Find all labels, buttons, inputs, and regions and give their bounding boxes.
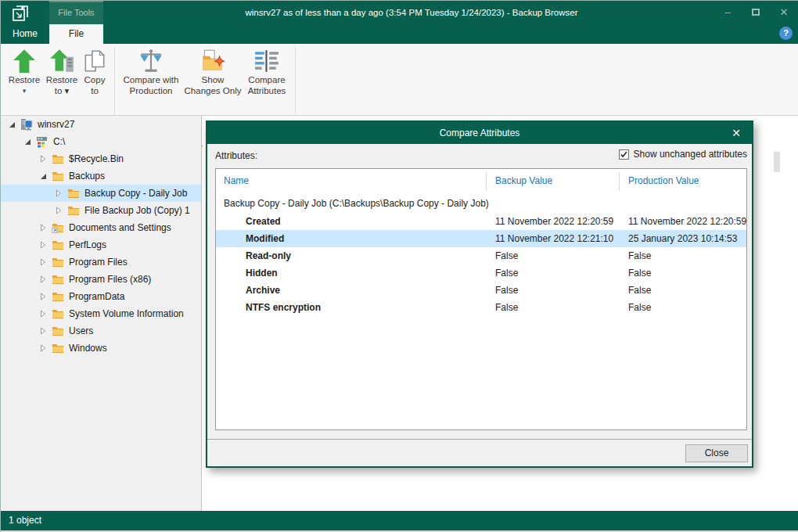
dialog-footer: Close (207, 439, 752, 466)
dialog-title: Compare Attributes (207, 122, 752, 144)
tree-item-file-backup-job-copy-1[interactable]: File Backup Job (Copy) 1 (1, 202, 201, 219)
folder-burst-icon (200, 48, 226, 74)
twisty-collapsed-icon[interactable] (38, 309, 48, 318)
column-header-name[interactable]: Name (224, 169, 249, 192)
twisty-expanded-icon[interactable] (7, 120, 16, 129)
table-row-created[interactable]: Created 11 November 2022 12:20:59 11 Nov… (216, 213, 746, 230)
column-header-production-value[interactable]: Production Value (628, 169, 699, 192)
twisty-expanded-icon[interactable] (38, 171, 48, 181)
checkbox-checkmark-icon[interactable] (619, 149, 629, 160)
status-bar: 1 object (1, 511, 798, 530)
folder-icon (52, 307, 64, 320)
twisty-collapsed-icon[interactable] (38, 343, 48, 353)
compare-attributes-button[interactable]: Compare Attributes (242, 46, 292, 105)
folder-shortcut-icon (52, 221, 64, 234)
maximize-icon (752, 9, 760, 16)
balance-scale-icon (138, 48, 164, 74)
windows-drive-icon (36, 135, 49, 148)
twisty-collapsed-icon[interactable] (38, 257, 48, 267)
contextual-tab-file-tools[interactable]: File Tools (49, 1, 103, 24)
column-separator (619, 172, 620, 191)
attributes-table: Name Backup Value Production Value Backu… (215, 168, 747, 430)
twisty-collapsed-icon[interactable] (38, 275, 48, 284)
copy-pages-icon (81, 48, 108, 74)
tree-item-documents-and-settings[interactable]: Documents and Settings (1, 219, 201, 236)
tree-item-program-files[interactable]: Program Files (1, 253, 201, 271)
compare-with-production-button[interactable]: Compare with Production (118, 46, 184, 105)
window-title: winsrv27 as of less than a day ago (3:54… (110, 1, 713, 24)
attributes-label: Attributes: (215, 150, 257, 161)
status-object-count: 1 object (9, 515, 41, 526)
minimize-button[interactable]: – (719, 5, 736, 20)
ribbon-tab-row: Home File ? (1, 24, 798, 44)
table-row-ntfs-encryption[interactable]: NTFS encryption False False (216, 299, 746, 316)
tree-item-program-files-x86[interactable]: Program Files (x86) (1, 271, 201, 288)
tree-item-users[interactable]: Users (1, 322, 201, 340)
twisty-collapsed-icon[interactable] (38, 292, 48, 301)
tab-home[interactable]: Home (1, 24, 49, 44)
tree-item-winsrv27[interactable]: winsrv27 (1, 116, 201, 133)
folder-icon (52, 290, 64, 303)
twisty-expanded-icon[interactable] (23, 137, 32, 146)
vertical-scrollbar-thumb[interactable] (774, 152, 780, 172)
table-header: Name Backup Value Production Value (216, 169, 746, 192)
restore-to-server-icon (49, 48, 75, 74)
close-button-dialog[interactable]: Close (685, 444, 748, 462)
dialog-close-button[interactable]: ✕ (728, 122, 744, 144)
backup-browser-window: File Tools winsrv27 as of less than a da… (0, 0, 798, 532)
folder-icon (67, 187, 80, 200)
tree-item-c-drive[interactable]: C:\ (1, 133, 201, 150)
checkbox-label: Show unchanged attributes (634, 149, 747, 160)
restore-button[interactable]: Restore ▾ (4, 46, 45, 105)
twisty-collapsed-icon[interactable] (38, 154, 48, 164)
copy-to-button[interactable]: Copy to (79, 46, 110, 105)
show-unchanged-checkbox[interactable]: Show unchanged attributes (619, 149, 747, 160)
server-icon (20, 118, 33, 131)
tree-item-windows[interactable]: Windows (1, 340, 201, 357)
folder-icon (52, 170, 64, 182)
twisty-collapsed-icon[interactable] (54, 206, 63, 215)
ribbon: Restore ▾ Restore to ▾ Copy to (1, 44, 798, 116)
maximize-button[interactable] (747, 5, 764, 20)
table-row-modified[interactable]: Modified 11 November 2022 12:21:10 25 Ja… (216, 230, 746, 247)
folder-tree: winsrv27 C:\ $Recycle.Bin Backups (1, 116, 202, 511)
table-row-read-only[interactable]: Read-only False False (216, 247, 746, 264)
twisty-collapsed-icon[interactable] (38, 326, 48, 336)
folder-icon (67, 204, 80, 217)
close-button[interactable]: ✕ (775, 5, 793, 20)
tree-item-perflogs[interactable]: PerfLogs (1, 236, 201, 253)
folder-icon (52, 342, 64, 354)
folder-icon (52, 325, 64, 337)
title-bar: File Tools winsrv27 as of less than a da… (1, 1, 798, 24)
folder-icon (52, 273, 64, 286)
restore-to-button[interactable]: Restore to ▾ (45, 46, 79, 105)
table-group-header: Backup Copy - Daily Job (C:\Backups\Back… (216, 192, 746, 213)
tree-item-recycle-bin[interactable]: $Recycle.Bin (1, 150, 201, 167)
twisty-collapsed-icon[interactable] (54, 189, 63, 198)
table-row-archive[interactable]: Archive False False (216, 282, 746, 299)
compare-attributes-dialog: Compare Attributes ✕ Attributes: Show un… (206, 120, 753, 468)
restore-green-arrow-icon (11, 48, 38, 74)
tree-item-programdata[interactable]: ProgramData (1, 288, 201, 305)
tab-file[interactable]: File (49, 24, 103, 44)
tree-item-system-volume-information[interactable]: System Volume Information (1, 305, 201, 322)
twisty-collapsed-icon[interactable] (38, 223, 48, 232)
column-separator (486, 172, 487, 191)
app-icon (10, 3, 31, 23)
folder-icon (52, 256, 64, 268)
dialog-title-bar: Compare Attributes ✕ (207, 122, 752, 144)
column-header-backup-value[interactable]: Backup Value (495, 169, 552, 192)
tree-item-backup-copy-daily-job[interactable]: Backup Copy - Daily Job (1, 185, 201, 202)
table-row-hidden[interactable]: Hidden False False (216, 264, 746, 282)
tree-item-backups[interactable]: Backups (1, 167, 201, 185)
column-bars-icon (253, 48, 280, 74)
folder-icon (52, 153, 64, 165)
twisty-collapsed-icon[interactable] (38, 240, 48, 250)
folder-icon (52, 239, 64, 251)
show-changes-only-button[interactable]: Show Changes Only (184, 46, 242, 105)
help-icon[interactable]: ? (779, 27, 793, 40)
